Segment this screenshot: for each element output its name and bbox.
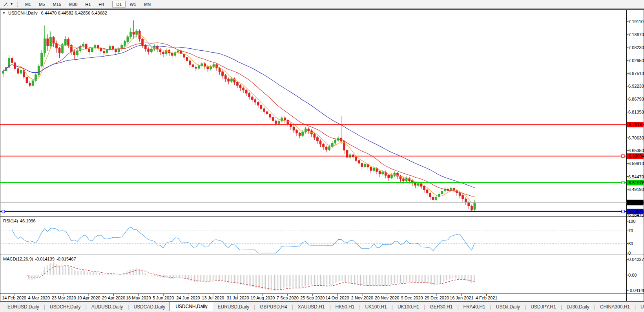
candle bbox=[471, 206, 473, 210]
candle bbox=[112, 46, 114, 49]
candle bbox=[91, 48, 93, 52]
date-tick-label: 14 Feb 2020 bbox=[2, 295, 26, 300]
tab-usoil-h1-17[interactable]: USOil,H1 bbox=[636, 303, 644, 311]
hline-price-tag: 6.51976 bbox=[629, 180, 644, 185]
macd-panel-header: MACD(12,26,9)-0.014139-0.015467 bbox=[3, 257, 78, 261]
tab-audusd-daily-2[interactable]: AUDUSD,Daily bbox=[87, 303, 128, 311]
candle bbox=[106, 50, 108, 53]
tab-uk100-h1-9[interactable]: UK100,H1 bbox=[361, 303, 391, 311]
price-tick-label: 6.65350 bbox=[628, 148, 644, 153]
candle bbox=[142, 39, 144, 46]
price-tick-label: 6.97510 bbox=[628, 71, 644, 76]
hline-handle-left[interactable] bbox=[2, 210, 5, 213]
date-tick-label: 18 May 2020 bbox=[126, 295, 151, 300]
tab-xauusd-h1-7[interactable]: XAUUSD,H1 bbox=[294, 303, 329, 311]
candle bbox=[20, 70, 22, 73]
tab-gbpusd-h4-6[interactable]: GBPUSD,H4 bbox=[255, 303, 291, 311]
candle bbox=[468, 202, 470, 206]
price-tick-label: 7.13670 bbox=[628, 32, 644, 37]
price-tick-label: 6.81350 bbox=[628, 110, 644, 114]
candle bbox=[438, 194, 440, 197]
price-tick-label: 6.59910 bbox=[628, 161, 644, 166]
candle bbox=[314, 134, 316, 138]
candle bbox=[459, 193, 461, 196]
candle bbox=[192, 64, 194, 67]
date-tick-label: 4 Feb 2021 bbox=[476, 295, 498, 300]
candle bbox=[230, 79, 232, 81]
hline-handle-right[interactable] bbox=[622, 155, 624, 158]
candle bbox=[316, 138, 318, 141]
candle bbox=[248, 94, 250, 97]
date-tick-label: 14 Oct 2020 bbox=[326, 295, 349, 300]
candle bbox=[216, 64, 218, 68]
candle bbox=[423, 186, 425, 190]
tab-ger30-h1-11[interactable]: GER30,H1 bbox=[425, 303, 457, 311]
candle bbox=[325, 147, 327, 149]
candle bbox=[302, 132, 304, 136]
candle bbox=[38, 66, 40, 75]
candle bbox=[379, 172, 381, 174]
candle bbox=[62, 45, 64, 53]
price-tick-label: 6.70630 bbox=[628, 136, 644, 140]
tab-dj30-daily-15[interactable]: DJ30,Daily bbox=[562, 303, 594, 311]
candle bbox=[417, 184, 419, 185]
candle bbox=[136, 31, 138, 35]
candle bbox=[432, 197, 434, 200]
price-tick-label: 6.86790 bbox=[628, 97, 644, 101]
chart-tab-bar: EURUSD,Daily|USDCHF,Daily|AUDUSD,Daily|U… bbox=[0, 301, 644, 312]
candle bbox=[68, 39, 69, 46]
candle bbox=[58, 48, 60, 53]
date-tick-label: 16 Jan 2021 bbox=[450, 295, 474, 300]
candle bbox=[210, 67, 212, 69]
candle bbox=[390, 175, 392, 178]
chart-canvas[interactable]: 7.191107.136707.082307.029506.975106.922… bbox=[0, 0, 644, 312]
candle bbox=[127, 37, 129, 42]
chart-symbol-label: USDCNH,Daily bbox=[8, 11, 38, 15]
macd-name-label: MACD(12,26,9) bbox=[3, 257, 33, 261]
tab-uk100-h1-10[interactable]: UK100,H1 bbox=[393, 303, 423, 311]
candle bbox=[207, 66, 209, 69]
price-tick-label: 6.54470 bbox=[628, 174, 644, 179]
tab-china300-h1-16[interactable]: CHINA300,H1 bbox=[596, 303, 634, 311]
candle bbox=[219, 68, 221, 72]
candle bbox=[429, 193, 431, 197]
tab-usoil-daily-13[interactable]: USOil,Daily bbox=[492, 303, 524, 311]
candle bbox=[56, 44, 58, 48]
candle bbox=[245, 90, 247, 94]
rsi-value-label: 46.1996 bbox=[20, 218, 36, 223]
candle bbox=[308, 129, 310, 131]
candle bbox=[299, 133, 301, 136]
tab-eurusd-daily-5[interactable]: EURUSD,Daily bbox=[213, 303, 254, 311]
candle bbox=[186, 57, 188, 61]
hline-price-tag: 6.76157 bbox=[629, 122, 644, 127]
hline-handle-right[interactable] bbox=[622, 181, 624, 184]
candle bbox=[319, 141, 321, 144]
tab-eurusd-daily-0[interactable]: EURUSD,Daily bbox=[3, 303, 44, 311]
candle bbox=[76, 51, 78, 55]
tab-usdcad-daily-3[interactable]: USDCAD,Daily bbox=[129, 303, 170, 311]
candle bbox=[323, 144, 325, 147]
tab-usdjpy-h1-14[interactable]: USDJPY,H1 bbox=[526, 303, 560, 311]
candle bbox=[17, 69, 19, 73]
candle bbox=[373, 168, 375, 171]
candle bbox=[124, 42, 126, 46]
candle bbox=[201, 64, 203, 66]
candle bbox=[130, 32, 131, 37]
macd-tick-label: 0.042275 bbox=[628, 257, 644, 262]
current-price-tag: 6.43682 bbox=[629, 200, 644, 205]
candle bbox=[269, 114, 271, 117]
candle bbox=[64, 39, 66, 45]
date-tick-label: 2 Nov 2020 bbox=[351, 295, 373, 300]
candle bbox=[334, 140, 336, 143]
tab-usdcnh-daily-4[interactable]: USDCNH,Daily bbox=[170, 302, 213, 311]
price-tick-label: 7.19110 bbox=[628, 19, 644, 24]
candle bbox=[435, 197, 437, 200]
tab-fra40-h1-12[interactable]: FRA40,H1 bbox=[459, 303, 490, 311]
collapse-triangle-icon[interactable]: ▼ bbox=[2, 11, 5, 15]
candle bbox=[133, 32, 135, 34]
candle bbox=[266, 112, 268, 114]
tab-hk50-h1-8[interactable]: HK50,H1 bbox=[331, 303, 359, 311]
tab-usdchf-daily-1[interactable]: USDCHF,Daily bbox=[46, 303, 85, 311]
rsi-name-label: RSI(14) bbox=[3, 218, 18, 223]
hline-handle-right[interactable] bbox=[622, 210, 624, 213]
